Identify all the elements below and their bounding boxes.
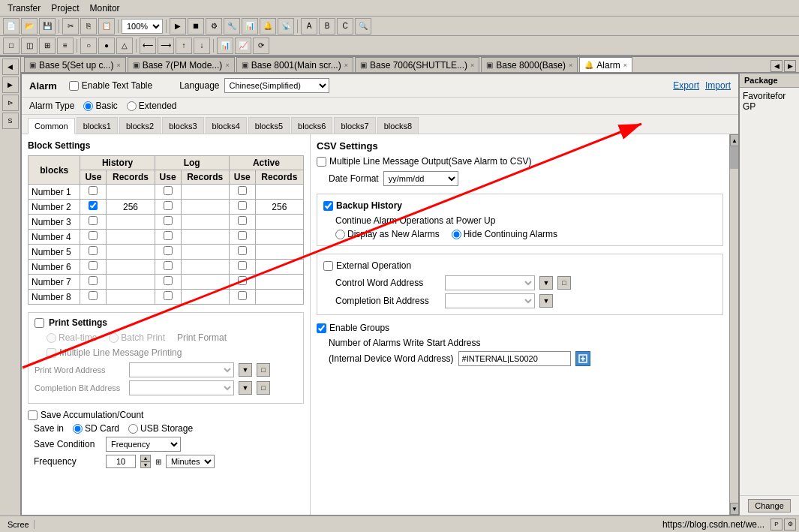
inner-tab-blocks8[interactable]: blocks8 (377, 117, 419, 134)
scroll-up-btn[interactable]: ▲ (730, 134, 738, 146)
freq-spin-down[interactable]: ▼ (140, 461, 151, 468)
active-use-8[interactable] (238, 291, 247, 300)
change-button[interactable]: Change (748, 499, 791, 512)
internal-device-address[interactable] (458, 351, 571, 366)
inner-tab-blocks1[interactable]: blocks1 (77, 117, 118, 134)
ext-completion-bit-btn[interactable]: ▼ (539, 294, 553, 308)
hide-continuing-radio[interactable] (452, 230, 461, 239)
left-panel-btn-a[interactable]: ◀ (2, 59, 19, 75)
enable-groups-checkbox[interactable] (317, 323, 326, 333)
inner-tab-blocks2[interactable]: blocks2 (119, 117, 161, 134)
toolbar2-btn-n[interactable]: ⟳ (253, 38, 269, 54)
toolbar2-btn-h[interactable]: ⟵ (140, 38, 156, 54)
tab-base8001[interactable]: ▣ Base 8001(Main scr...) × (236, 57, 353, 72)
toolbar-btn-c[interactable]: ⚙ (206, 18, 222, 35)
inner-tab-common[interactable]: Common (28, 118, 75, 134)
minutes-select[interactable]: Minutes (166, 455, 215, 468)
toolbar-new[interactable]: 📄 (3, 18, 20, 35)
inner-tab-blocks6[interactable]: blocks6 (291, 117, 332, 134)
control-word-btn2[interactable]: □ (557, 276, 571, 290)
toolbar2-btn-l[interactable]: 📊 (217, 38, 233, 54)
toolbar2-btn-f[interactable]: ● (98, 38, 115, 54)
internal-device-addr-btn[interactable] (575, 351, 590, 366)
external-op-checkbox[interactable] (323, 261, 333, 271)
tab-nav-left[interactable]: ◀ (770, 60, 782, 72)
alarm-type-basic-radio[interactable] (83, 101, 93, 111)
date-format-select[interactable]: yy/mm/dd (383, 171, 458, 186)
print-completion-addr-btn2[interactable]: □ (257, 381, 270, 395)
active-use-4[interactable] (238, 231, 247, 240)
scroll-thumb[interactable] (730, 146, 738, 169)
toolbar-btn-i[interactable]: B (319, 18, 335, 35)
save-accum-checkbox[interactable] (28, 410, 38, 420)
frequency-input[interactable] (106, 455, 136, 468)
toolbar-btn-d[interactable]: 🔧 (224, 18, 240, 35)
active-use-3[interactable] (238, 216, 247, 225)
log-use-6[interactable] (164, 261, 173, 270)
tab-close-base8000[interactable]: × (569, 62, 572, 69)
print-settings-checkbox[interactable] (35, 318, 44, 328)
tab-base5[interactable]: ▣ Base 5(Set up c...) × (24, 57, 126, 72)
inner-tab-blocks5[interactable]: blocks5 (248, 117, 290, 134)
active-use-1[interactable] (238, 186, 247, 195)
print-completion-addr-btn1[interactable]: ▼ (239, 381, 252, 395)
status-icon-2[interactable]: ⚙ (784, 518, 796, 530)
zoom-select[interactable]: 100% (122, 19, 163, 34)
batch-print-radio[interactable] (109, 333, 119, 343)
toolbar2-btn-m[interactable]: 📈 (235, 38, 251, 54)
toolbar2-btn-g[interactable]: △ (116, 38, 133, 54)
language-select[interactable]: Chinese(Simplified) (224, 78, 329, 93)
save-cond-select[interactable]: Frequency (106, 437, 181, 452)
alarm-type-extended-radio[interactable] (127, 101, 137, 111)
log-use-8[interactable] (164, 291, 173, 300)
menu-monitor[interactable]: Monitor (86, 2, 125, 15)
history-use-1[interactable] (89, 186, 98, 195)
tab-close-base5[interactable]: × (116, 62, 120, 69)
tab-base7006[interactable]: ▣ Base 7006(SHUTTLE...) × (355, 57, 479, 72)
vertical-scrollbar[interactable]: ▲ ▼ (729, 134, 738, 515)
toolbar-paste[interactable]: 📋 (98, 18, 115, 35)
left-panel-btn-d[interactable]: S (2, 113, 19, 129)
history-use-3[interactable] (89, 216, 98, 225)
status-icon-1[interactable]: P (770, 518, 782, 530)
log-use-3[interactable] (164, 216, 173, 225)
import-button[interactable]: Import (705, 80, 731, 91)
toolbar2-btn-a[interactable]: □ (3, 38, 20, 54)
left-panel-btn-c[interactable]: ⊳ (2, 95, 19, 111)
history-use-8[interactable] (89, 291, 98, 300)
tab-base8000[interactable]: ▣ Base 8000(Base) × (481, 57, 578, 72)
menu-transfer[interactable]: Transfer (3, 2, 45, 15)
print-word-addr-btn2[interactable]: □ (257, 363, 270, 377)
ext-completion-bit-select[interactable] (445, 293, 535, 308)
export-button[interactable]: Export (673, 80, 699, 91)
toolbar2-btn-b[interactable]: ◫ (21, 38, 38, 54)
log-use-7[interactable] (164, 276, 173, 285)
active-use-6[interactable] (238, 261, 247, 270)
inner-tab-blocks3[interactable]: blocks3 (162, 117, 203, 134)
sd-card-radio[interactable] (73, 424, 83, 434)
tab-close-base7[interactable]: × (225, 62, 229, 69)
history-use-4[interactable] (89, 231, 98, 240)
history-use-6[interactable] (89, 261, 98, 270)
multi-line-print-checkbox[interactable] (47, 348, 56, 358)
toolbar-cut[interactable]: ✂ (62, 18, 79, 35)
enable-text-table-checkbox[interactable] (69, 81, 79, 91)
toolbar2-btn-k[interactable]: ↓ (194, 38, 210, 54)
log-use-2[interactable] (164, 201, 173, 210)
toolbar2-btn-e[interactable]: ○ (80, 38, 97, 54)
toolbar-btn-a[interactable]: ▶ (170, 18, 186, 35)
usb-storage-radio[interactable] (128, 424, 138, 434)
tab-alarm[interactable]: 🔔 Alarm × (579, 57, 632, 72)
log-use-1[interactable] (164, 186, 173, 195)
toolbar2-btn-j[interactable]: ↑ (176, 38, 192, 54)
multi-line-csv-checkbox[interactable] (317, 157, 326, 167)
toolbar2-btn-d[interactable]: ≡ (57, 38, 74, 54)
inner-tab-blocks7[interactable]: blocks7 (334, 117, 375, 134)
log-use-5[interactable] (164, 246, 173, 255)
inner-tab-blocks4[interactable]: blocks4 (206, 117, 247, 134)
left-panel-btn-b[interactable]: ▶ (2, 77, 19, 93)
active-use-5[interactable] (238, 246, 247, 255)
tab-close-alarm[interactable]: × (623, 62, 627, 69)
toolbar-copy[interactable]: ⎘ (80, 18, 97, 35)
backup-history-checkbox[interactable] (323, 201, 333, 211)
